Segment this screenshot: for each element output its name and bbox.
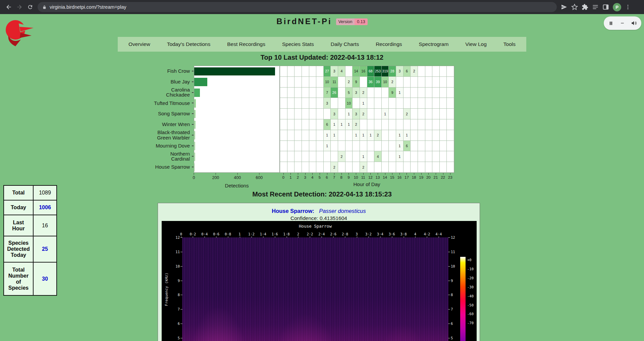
species-labels: Fish CrowBlue JayCarolina ChickadeeTufte… xyxy=(150,66,190,172)
heatmap-cell xyxy=(316,130,324,141)
heatmap-cell xyxy=(404,98,411,109)
share-icon[interactable] xyxy=(561,4,568,10)
y-axis-tick xyxy=(192,92,194,93)
heatmap-cell xyxy=(425,151,433,162)
spectrogram-freq-tick: 9 xyxy=(451,279,460,283)
heatmap-cell xyxy=(338,130,345,141)
heatmap-cell xyxy=(287,98,295,109)
stats-row: Today1006 xyxy=(4,200,57,215)
spectrogram-freq-tick: 5 xyxy=(451,336,460,340)
heatmap-cell xyxy=(418,162,425,173)
heatmap-cell: 1 xyxy=(324,141,331,152)
profile-avatar[interactable]: P xyxy=(613,3,621,11)
detection-latin-link[interactable]: Passer domesticus xyxy=(319,208,366,214)
heatmap-cell: 2 xyxy=(338,151,345,162)
nav-item-view-log[interactable]: View Log xyxy=(465,41,486,47)
nav-item-overview[interactable]: Overview xyxy=(128,41,150,47)
pause-button[interactable] xyxy=(608,20,614,26)
heatmap-cell xyxy=(382,141,389,152)
y-axis-tick xyxy=(192,113,194,114)
heatmap-cell xyxy=(294,77,302,88)
page-header: BirdNET-Pi Version 0.13 xyxy=(0,17,644,26)
heatmap-cell xyxy=(294,66,302,77)
heatmap-axis-label: Hour of Day xyxy=(280,181,454,187)
nav-item-best-recordings[interactable]: Best Recordings xyxy=(227,41,265,47)
heatmap-cell: 10 xyxy=(324,77,331,88)
y-axis-tick xyxy=(192,156,194,157)
nav-item-daily-charts[interactable]: Daily Charts xyxy=(331,41,359,47)
heatmap-cell xyxy=(316,98,324,109)
audio-player[interactable] xyxy=(604,16,641,30)
heatmap-cell xyxy=(374,109,382,119)
stats-value[interactable]: 25 xyxy=(33,236,57,262)
heatmap-cell xyxy=(440,141,447,152)
heatmap-cell: 2 xyxy=(360,162,367,173)
nav-item-today-s-detections[interactable]: Today's Detections xyxy=(167,41,211,47)
extensions-icon[interactable] xyxy=(582,4,588,10)
spectrogram-time-tick: 3·8 xyxy=(400,232,407,236)
stats-value[interactable]: 1006 xyxy=(33,200,57,215)
spectrogram-legend-tick: -40 xyxy=(467,294,474,298)
species-label: Fish Crow xyxy=(150,66,190,76)
side-panel-icon[interactable] xyxy=(602,4,609,10)
seek-slider[interactable] xyxy=(621,23,624,24)
nav-item-spectrogram[interactable]: Spectrogram xyxy=(419,41,449,47)
volume-icon[interactable] xyxy=(631,20,637,26)
heatmap-cell xyxy=(280,141,287,152)
heatmap-cell xyxy=(418,119,425,130)
spectrogram-freq-tick: 12 xyxy=(171,235,180,239)
heatmap-cell: 1 xyxy=(353,130,360,141)
heatmap-cell: 11 xyxy=(331,77,338,88)
heatmap-cell xyxy=(382,151,389,162)
heatmap-cell xyxy=(280,151,287,162)
bookmark-star-icon[interactable] xyxy=(571,4,578,10)
stats-value[interactable]: 30 xyxy=(33,262,57,295)
reading-list-icon[interactable] xyxy=(592,4,599,10)
reload-button[interactable] xyxy=(25,2,36,12)
spectrogram-time-tick: 1·6 xyxy=(272,232,278,236)
detection-bar xyxy=(194,99,196,108)
address-bar[interactable]: virginia.birdnetpi.com/?stream=play xyxy=(38,2,557,12)
detection-species-link[interactable]: House Sparrow: xyxy=(272,208,314,214)
nav-item-tools[interactable]: Tools xyxy=(503,41,516,47)
heatmap-cell: 1 xyxy=(324,130,331,141)
heatmap-cell xyxy=(447,151,454,162)
heatmap-cell xyxy=(447,88,454,98)
menu-dots-icon[interactable] xyxy=(625,4,631,10)
x-tick-label: 200 xyxy=(212,175,219,180)
heatmap-cell xyxy=(389,130,396,141)
version-label: Version xyxy=(336,18,355,25)
spectrogram-freq-tick: 10 xyxy=(171,264,180,268)
back-button[interactable] xyxy=(3,2,14,12)
stats-label: Species Detected Today xyxy=(4,236,33,262)
heatmap-cell xyxy=(345,130,353,141)
x-tick-label: 11 xyxy=(360,173,367,180)
spectrogram-freq-tick: 9 xyxy=(171,279,180,283)
heatmap-cell xyxy=(287,66,295,77)
url-text[interactable]: virginia.birdnetpi.com/?stream=play xyxy=(50,4,126,10)
heatmap-cell xyxy=(432,130,440,141)
spectrogram-freq-tick: 8 xyxy=(451,293,460,297)
heatmap-cell xyxy=(316,141,324,152)
x-tick-label: 2 xyxy=(294,173,302,180)
spectrogram-title: House Sparrow xyxy=(182,224,448,229)
heatmap-cell xyxy=(316,119,324,130)
y-axis-tick xyxy=(192,71,194,71)
spectrogram-freq-tick: 6 xyxy=(451,322,460,326)
species-label: Carolina Chickadee xyxy=(150,87,190,98)
heatmap-cell xyxy=(353,141,360,152)
forward-button[interactable] xyxy=(14,2,25,12)
nav-item-recordings[interactable]: Recordings xyxy=(376,41,402,47)
heatmap-cell: 2 xyxy=(389,77,396,88)
spectrogram-time-tick: 4·2 xyxy=(424,232,430,236)
nav-item-species-stats[interactable]: Species Stats xyxy=(282,41,314,47)
heatmap-cell: 6 xyxy=(404,66,411,77)
heatmap-cell xyxy=(367,141,375,152)
heatmap-cell: 319 xyxy=(382,66,389,77)
heatmap-cell: 3 xyxy=(324,98,331,109)
top10-heading: Top 10 Last Updated: 2022-04-13 18:12 xyxy=(0,54,644,61)
heatmap-cell: 7 xyxy=(324,88,331,98)
heatmap-cell xyxy=(432,88,440,98)
heatmap-cell xyxy=(324,109,331,119)
detection-bar xyxy=(194,163,195,172)
